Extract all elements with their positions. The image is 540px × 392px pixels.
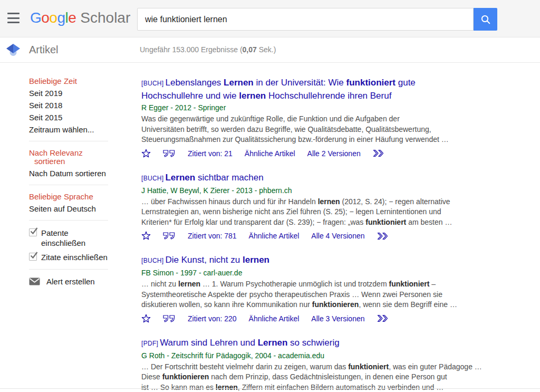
all-versions-link[interactable]: Alle 2 Versionen: [307, 149, 361, 158]
search-icon: [480, 14, 491, 25]
result-actions: Zitiert von: 220 Ähnliche Artikel Alle 3…: [141, 314, 521, 323]
results-toolbar: Artikel Ungefähr 153.000 Ergebnisse (0,0…: [0, 37, 540, 63]
results-stats: Ungefähr 153.000 Ergebnisse (0,07 Sek.): [140, 45, 276, 54]
result-authors-line[interactable]: G Roth - Zeitschrift für Pädagogik, 2004…: [141, 351, 521, 361]
cited-by-link[interactable]: Zitiert von: 21: [188, 149, 233, 158]
sidebar-divider: [29, 185, 108, 185]
checkbox-checked-icon[interactable]: [29, 253, 37, 261]
menu-hamburger-icon[interactable]: [7, 13, 20, 23]
include-patents-checkbox-row[interactable]: Patente einschließen: [29, 228, 141, 248]
results-list: [BUCH]Lebenslanges Lernen in der Univers…: [141, 63, 521, 392]
filter-any-language[interactable]: Beliebige Sprache: [29, 193, 141, 201]
cite-quote-icon[interactable]: [163, 232, 176, 240]
all-versions-link[interactable]: Alle 3 Versionen: [311, 314, 364, 323]
result-title: [PDF]Warum sind Lehren und Lernen so sch…: [141, 337, 521, 350]
result-title-link[interactable]: Warum sind Lehren und Lernen so schwieri…: [160, 338, 339, 348]
filters-sidebar: Beliebige Zeit Seit 2019 Seit 2018 Seit …: [0, 63, 141, 286]
result-title-link[interactable]: Die Kunst, nicht zu lernen: [165, 255, 269, 265]
cited-by-link[interactable]: Zitiert von: 220: [188, 314, 237, 323]
filter-since-2015[interactable]: Seit 2015: [29, 113, 141, 122]
result-title: [BUCH]Die Kunst, nicht zu lernen: [141, 254, 521, 267]
result-title: [BUCH]Lebenslanges Lernen in der Univers…: [141, 77, 521, 102]
result-snippet: … über Fachwissen hinaus durch und für i…: [141, 197, 521, 228]
filter-any-time[interactable]: Beliebige Zeit: [29, 77, 141, 85]
save-star-icon[interactable]: [141, 231, 151, 241]
cite-quote-icon[interactable]: [163, 150, 176, 157]
more-actions-chevrons-icon[interactable]: [377, 314, 388, 322]
logo-letter: e: [68, 9, 76, 26]
include-citations-label: Zitate einschließen: [41, 252, 108, 262]
search-result: [PDF]Warum sind Lehren und Lernen so sch…: [141, 337, 521, 392]
sidebar-divider: [29, 269, 108, 270]
search-button[interactable]: [474, 8, 497, 31]
all-versions-link[interactable]: Alle 4 Versionen: [311, 232, 364, 240]
result-type-tag: [PDF]: [141, 340, 158, 347]
create-alert-label: Alert erstellen: [46, 277, 95, 286]
cited-by-link[interactable]: Zitiert von: 781: [188, 232, 237, 240]
filter-custom-range[interactable]: Zeitraum wählen...: [29, 126, 141, 134]
more-actions-chevrons-icon[interactable]: [373, 149, 384, 157]
save-star-icon[interactable]: [141, 149, 151, 158]
checkbox-checked-icon[interactable]: [29, 228, 37, 236]
header: G o o g l e Scholar: [0, 0, 540, 37]
result-actions: Zitiert von: 781 Ähnliche Artikel Alle 4…: [141, 231, 521, 241]
related-articles-link[interactable]: Ähnliche Artikel: [249, 314, 300, 323]
filter-german-pages[interactable]: Seiten auf Deutsch: [29, 205, 141, 213]
google-scholar-logo[interactable]: G o o g l e Scholar: [30, 9, 130, 26]
result-authors-line[interactable]: J Hattie, W Beywl, K Zierer - 2013 - phb…: [141, 186, 521, 196]
cite-quote-icon[interactable]: [163, 315, 176, 322]
search-input[interactable]: [137, 8, 474, 31]
stats-text: Ungefähr 153.000 Ergebnisse (: [140, 45, 243, 54]
bottom-divider: [0, 388, 540, 389]
result-title-link[interactable]: Lebenslanges Lernen in der Universität: …: [141, 78, 416, 101]
result-actions: Zitiert von: 21 Ähnliche Artikel Alle 2 …: [141, 149, 521, 158]
section-label-artikel[interactable]: Artikel: [29, 44, 59, 56]
stats-time: 0,07: [243, 45, 257, 54]
logo-letter: G: [30, 9, 41, 26]
result-type-tag: [BUCH]: [141, 257, 163, 264]
scholar-cap-icon: [5, 42, 21, 58]
filter-since-2019[interactable]: Seit 2019: [29, 89, 141, 98]
logo-letter: g: [57, 9, 65, 26]
main-area: Beliebige Zeit Seit 2019 Seit 2018 Seit …: [0, 63, 540, 392]
search-result: [BUCH]Lernen sichtbar machen J Hattie, W…: [141, 171, 521, 241]
logo-letter: o: [49, 9, 57, 26]
result-type-tag: [BUCH]: [141, 175, 163, 182]
more-actions-chevrons-icon[interactable]: [377, 232, 388, 240]
result-authors-line[interactable]: R Egger - 2012 - Springer: [141, 103, 521, 113]
sort-by-relevance[interactable]: Nach Relevanz sortieren: [29, 149, 91, 166]
sidebar-divider: [29, 220, 108, 221]
result-snippet: … nicht zu lernen … 1. Warum Psychothera…: [141, 279, 521, 310]
result-authors-line[interactable]: FB Simon - 1997 - carl-auer.de: [141, 268, 521, 278]
include-citations-checkbox-row[interactable]: Zitate einschließen: [29, 252, 141, 262]
stats-text: Sek.): [257, 45, 276, 54]
result-snippet: … Der Fortschritt besteht vielmehr darin…: [141, 362, 521, 392]
filter-since-2018[interactable]: Seit 2018: [29, 101, 141, 110]
related-articles-link[interactable]: Ähnliche Artikel: [245, 149, 295, 158]
logo-scholar-text: Scholar: [80, 9, 130, 26]
include-patents-label: Patente einschließen: [41, 228, 85, 248]
create-alert-button[interactable]: Alert erstellen: [29, 277, 141, 286]
logo-letter: o: [41, 9, 49, 26]
sort-by-date[interactable]: Nach Datum sortieren: [29, 169, 141, 178]
result-snippet: Was die gegenwärtige und zukünftige Roll…: [141, 114, 521, 145]
sidebar-divider: [29, 141, 108, 141]
envelope-icon: [29, 278, 40, 285]
save-star-icon[interactable]: [141, 314, 151, 323]
result-title-link[interactable]: Lernen sichtbar machen: [165, 173, 263, 183]
search-result: [BUCH]Die Kunst, nicht zu lernen FB Simo…: [141, 254, 521, 323]
result-type-tag: [BUCH]: [141, 80, 163, 87]
related-articles-link[interactable]: Ähnliche Artikel: [249, 232, 300, 240]
result-title: [BUCH]Lernen sichtbar machen: [141, 171, 521, 185]
search-result: [BUCH]Lebenslanges Lernen in der Univers…: [141, 77, 521, 158]
